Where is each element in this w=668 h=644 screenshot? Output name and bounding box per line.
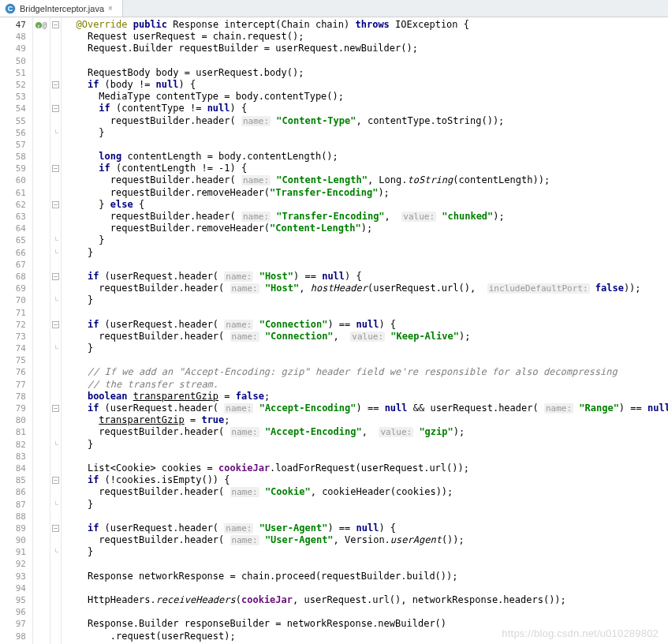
code-line[interactable]: } <box>65 499 668 511</box>
code-line[interactable]: requestBuilder.header( name: "Accept-Enc… <box>65 426 668 438</box>
code-line[interactable]: List<Cookie> cookies = cookieJar.loadFor… <box>65 462 668 474</box>
line-number[interactable]: 66 <box>0 247 26 259</box>
line-number[interactable]: 83 <box>0 451 26 462</box>
code-line[interactable]: if (body != null) { <box>65 79 668 91</box>
code-line[interactable]: requestBuilder.header( name: "Host", hos… <box>65 283 668 294</box>
line-number[interactable]: 89 <box>0 522 26 534</box>
line-number[interactable]: 76 <box>0 366 26 378</box>
line-number[interactable]: 64 <box>0 223 26 234</box>
fold-marker[interactable] <box>50 474 61 486</box>
fold-marker[interactable] <box>50 247 61 259</box>
code-line[interactable]: if (!cookies.isEmpty()) { <box>65 474 668 486</box>
line-number[interactable]: 57 <box>0 139 26 151</box>
code-line[interactable]: if (userRequest.header( name: "Accept-En… <box>65 402 668 414</box>
code-line[interactable] <box>65 354 668 366</box>
line-number[interactable]: 59 <box>0 163 26 174</box>
code-line[interactable]: transparentGzip = true; <box>65 414 668 426</box>
line-number-gutter[interactable]: 4748495051525354555657585960616263646566… <box>0 17 33 644</box>
code-line[interactable] <box>65 55 668 67</box>
line-number[interactable]: 47 <box>0 19 26 31</box>
line-number[interactable]: 60 <box>0 174 26 186</box>
fold-column[interactable] <box>50 17 62 644</box>
code-line[interactable]: } <box>65 127 668 139</box>
fold-marker[interactable] <box>50 127 61 139</box>
line-number[interactable]: 77 <box>0 379 26 391</box>
line-number[interactable]: 71 <box>0 307 26 319</box>
code-line[interactable]: if (userRequest.header( name: "Connectio… <box>65 319 668 331</box>
fold-marker[interactable] <box>50 294 61 306</box>
code-line[interactable]: requestBuilder.header( name: "Connection… <box>65 331 668 343</box>
line-number[interactable]: 48 <box>0 31 26 43</box>
line-number[interactable]: 68 <box>0 271 26 283</box>
code-line[interactable] <box>65 451 668 462</box>
line-number[interactable]: 96 <box>0 606 26 618</box>
line-number[interactable]: 97 <box>0 618 26 630</box>
line-number[interactable]: 56 <box>0 127 26 139</box>
line-number[interactable]: 53 <box>0 91 26 103</box>
line-number[interactable]: 73 <box>0 331 26 343</box>
code-line[interactable]: } <box>65 343 668 354</box>
line-number[interactable]: 67 <box>0 259 26 271</box>
fold-marker[interactable] <box>50 234 61 246</box>
line-number[interactable]: 87 <box>0 499 26 511</box>
line-number[interactable]: 92 <box>0 558 26 570</box>
line-number[interactable]: 50 <box>0 55 26 67</box>
fold-marker[interactable] <box>50 199 61 211</box>
code-line[interactable]: if (contentType != null) { <box>65 103 668 114</box>
line-number[interactable]: 65 <box>0 234 26 246</box>
fold-marker[interactable] <box>50 439 61 451</box>
line-number[interactable]: 72 <box>0 319 26 331</box>
tab-close-icon[interactable]: × <box>108 5 116 13</box>
line-number[interactable]: 90 <box>0 534 26 546</box>
code-line[interactable] <box>65 307 668 319</box>
line-number[interactable]: 52 <box>0 79 26 91</box>
code-line[interactable] <box>65 606 668 618</box>
code-line[interactable] <box>65 558 668 570</box>
line-number[interactable]: 88 <box>0 511 26 522</box>
code-line[interactable]: if (userRequest.header( name: "User-Agen… <box>65 522 668 534</box>
line-number[interactable]: 80 <box>0 414 26 426</box>
line-number[interactable]: 70 <box>0 294 26 306</box>
line-number[interactable]: 63 <box>0 211 26 223</box>
code-line[interactable]: // the transfer stream. <box>65 379 668 391</box>
code-line[interactable]: } <box>65 546 668 558</box>
code-line[interactable]: } <box>65 294 668 306</box>
fold-marker[interactable] <box>50 343 61 354</box>
code-line[interactable]: Response.Builder responseBuilder = netwo… <box>65 618 668 630</box>
code-line[interactable]: long contentLength = body.contentLength(… <box>65 151 668 163</box>
line-number[interactable]: 75 <box>0 354 26 366</box>
code-line[interactable]: // If we add an "Accept-Encoding: gzip" … <box>65 366 668 378</box>
code-line[interactable]: } else { <box>65 199 668 211</box>
fold-marker[interactable] <box>50 19 61 31</box>
line-number[interactable]: 54 <box>0 103 26 114</box>
code-line[interactable]: requestBuilder.header( name: "User-Agent… <box>65 534 668 546</box>
line-number[interactable]: 74 <box>0 343 26 354</box>
line-number[interactable]: 61 <box>0 187 26 199</box>
line-number[interactable]: 55 <box>0 115 26 127</box>
code-area[interactable]: @Override public Response intercept(Chai… <box>62 17 668 644</box>
code-line[interactable] <box>65 582 668 594</box>
code-line[interactable]: if (userRequest.header( name: "Host") ==… <box>65 271 668 283</box>
code-line[interactable]: if (contentLength != -1) { <box>65 163 668 174</box>
fold-marker[interactable] <box>50 319 61 331</box>
line-number[interactable]: 91 <box>0 546 26 558</box>
fold-marker[interactable] <box>50 271 61 283</box>
fold-marker[interactable] <box>50 79 61 91</box>
code-line[interactable]: Request userRequest = chain.request(); <box>65 31 668 43</box>
code-line[interactable]: } <box>65 247 668 259</box>
fold-marker[interactable] <box>50 546 61 558</box>
code-line[interactable]: Request.Builder requestBuilder = userReq… <box>65 43 668 54</box>
code-line[interactable]: RequestBody body = userRequest.body(); <box>65 67 668 79</box>
line-number[interactable]: 93 <box>0 571 26 582</box>
code-line[interactable]: requestBuilder.header( name: "Content-Le… <box>65 174 668 186</box>
line-number[interactable]: 78 <box>0 391 26 402</box>
line-number[interactable]: 95 <box>0 594 26 606</box>
override-icon[interactable] <box>35 22 42 28</box>
code-line[interactable] <box>65 259 668 271</box>
line-number[interactable]: 49 <box>0 43 26 54</box>
code-line[interactable]: Response networkResponse = chain.proceed… <box>65 571 668 582</box>
line-number[interactable]: 82 <box>0 439 26 451</box>
line-number[interactable]: 84 <box>0 462 26 474</box>
code-line[interactable]: requestBuilder.header( name: "Transfer-E… <box>65 211 668 223</box>
line-number[interactable]: 98 <box>0 631 26 642</box>
